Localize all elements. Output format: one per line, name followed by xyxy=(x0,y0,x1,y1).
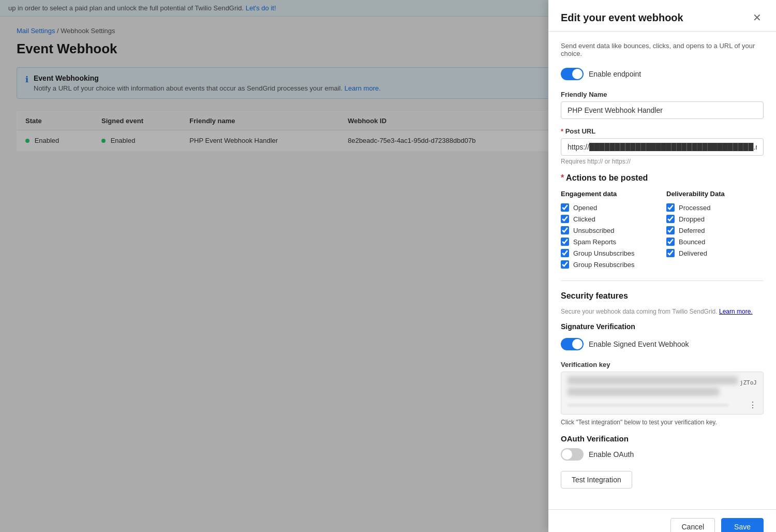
checkbox-dropped-input[interactable] xyxy=(666,215,675,223)
oauth-toggle-row: Enable OAuth xyxy=(561,448,764,461)
checkbox-clicked-label: Clicked xyxy=(573,215,595,223)
security-title: Security features xyxy=(561,291,764,301)
side-panel: Edit your event webhook ✕ Send event dat… xyxy=(548,0,776,532)
panel-header: Edit your event webhook ✕ xyxy=(548,0,776,32)
checkbox-group-unsubscribes-input[interactable] xyxy=(561,249,569,257)
checkbox-unsubscribed: Unsubscribed xyxy=(561,225,658,236)
signature-toggle-row: Enable Signed Event Webhook xyxy=(561,338,764,350)
checkbox-unsubscribed-input[interactable] xyxy=(561,226,569,234)
friendly-name-label: Friendly Name xyxy=(561,91,764,98)
security-subtitle: Secure your webhook data coming from Twi… xyxy=(561,308,764,315)
test-integration-button[interactable]: Test Integration xyxy=(561,471,632,489)
checkbox-clicked-input[interactable] xyxy=(561,215,569,223)
oauth-section: OAuth Verification Enable OAuth xyxy=(561,434,764,461)
signature-toggle-label: Enable Signed Event Webhook xyxy=(589,340,689,348)
signature-toggle[interactable] xyxy=(561,338,584,350)
post-url-input[interactable] xyxy=(561,138,764,156)
panel-title: Edit your event webhook xyxy=(561,12,683,24)
verify-hint: Click "Test integration" below to test y… xyxy=(561,419,764,426)
friendly-name-input[interactable] xyxy=(561,101,764,119)
checkbox-spam-reports-label: Spam Reports xyxy=(573,238,616,246)
checkbox-bounced: Bounced xyxy=(666,236,764,247)
actions-columns: Engagement data Opened Clicked Unsubscri… xyxy=(561,190,764,270)
close-button[interactable]: ✕ xyxy=(751,10,764,25)
checkbox-opened-input[interactable] xyxy=(561,203,569,212)
checkbox-group-resubscribes-input[interactable] xyxy=(561,260,569,269)
panel-subtitle: Send event data like bounces, clicks, an… xyxy=(561,42,764,57)
post-url-group: Post URL Requires http:// or https:// xyxy=(561,127,764,165)
verification-key-label: Verification key xyxy=(561,361,764,368)
checkbox-dropped-label: Dropped xyxy=(679,215,705,223)
verification-key-value: jZToJ ⋮ xyxy=(561,372,764,415)
enable-endpoint-row: Enable endpoint xyxy=(561,68,764,80)
enable-endpoint-label: Enable endpoint xyxy=(589,70,641,78)
checkbox-deferred-input[interactable] xyxy=(666,226,675,234)
post-url-hint: Requires http:// or https:// xyxy=(561,158,764,165)
checkbox-deferred-label: Deferred xyxy=(679,227,705,234)
checkbox-delivered-input[interactable] xyxy=(666,249,675,257)
signature-verification-group: Signature Verification Enable Signed Eve… xyxy=(561,322,764,350)
engagement-column: Engagement data Opened Clicked Unsubscri… xyxy=(561,190,658,270)
save-button[interactable]: Save xyxy=(721,518,764,532)
panel-footer: Cancel Save xyxy=(548,509,776,532)
checkbox-group-unsubscribes: Group Unsubscribes xyxy=(561,247,658,259)
checkbox-delivered-label: Delivered xyxy=(679,249,707,257)
checkbox-processed-label: Processed xyxy=(679,204,710,212)
checkbox-opened: Opened xyxy=(561,202,658,213)
checkbox-deferred: Deferred xyxy=(666,225,764,236)
checkbox-bounced-input[interactable] xyxy=(666,238,675,246)
checkbox-group-resubscribes: Group Resubscribes xyxy=(561,259,658,270)
oauth-toggle-label: Enable OAuth xyxy=(589,450,634,459)
checkbox-bounced-label: Bounced xyxy=(679,238,705,246)
oauth-toggle[interactable] xyxy=(561,448,584,461)
checkbox-opened-label: Opened xyxy=(573,204,597,212)
checkbox-spam-reports-input[interactable] xyxy=(561,238,569,246)
verification-key-group: Verification key jZToJ ⋮ Click "Test int… xyxy=(561,361,764,426)
signature-title: Signature Verification xyxy=(561,322,764,331)
panel-body: Send event data like bounces, clicks, an… xyxy=(548,32,776,509)
actions-section: Actions to be posted Engagement data Ope… xyxy=(561,173,764,270)
deliverability-header: Deliverability Data xyxy=(666,190,764,198)
security-learn-more[interactable]: Learn more. xyxy=(719,308,753,315)
engagement-header: Engagement data xyxy=(561,190,658,198)
enable-endpoint-toggle[interactable] xyxy=(561,68,584,80)
checkbox-delivered: Delivered xyxy=(666,247,764,259)
checkbox-dropped: Dropped xyxy=(666,213,764,225)
actions-title: Actions to be posted xyxy=(561,173,764,183)
oauth-title: OAuth Verification xyxy=(561,434,764,443)
checkbox-group-unsubscribes-label: Group Unsubscribes xyxy=(573,249,635,257)
checkbox-processed: Processed xyxy=(666,202,764,213)
checkbox-processed-input[interactable] xyxy=(666,203,675,212)
cancel-button[interactable]: Cancel xyxy=(670,518,715,532)
checkbox-spam-reports: Spam Reports xyxy=(561,236,658,247)
checkbox-clicked: Clicked xyxy=(561,213,658,225)
deliverability-column: Deliverability Data Processed Dropped De… xyxy=(666,190,764,270)
security-section: Security features Secure your webhook da… xyxy=(561,280,764,461)
friendly-name-group: Friendly Name xyxy=(561,91,764,119)
checkbox-group-resubscribes-label: Group Resubscribes xyxy=(573,261,635,269)
post-url-label: Post URL xyxy=(561,127,764,135)
checkbox-unsubscribed-label: Unsubscribed xyxy=(573,227,615,234)
